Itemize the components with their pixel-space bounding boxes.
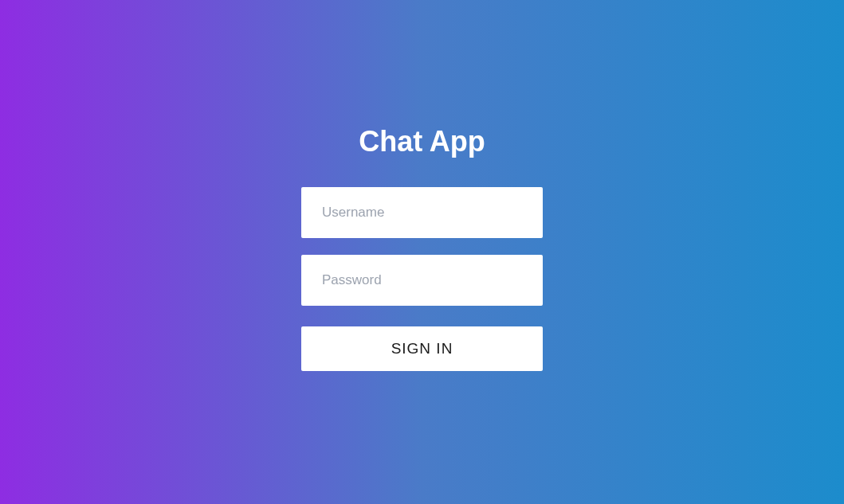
login-container: Chat App SIGN IN: [301, 125, 543, 371]
app-title: Chat App: [359, 125, 485, 158]
username-input[interactable]: [301, 187, 543, 238]
password-input[interactable]: [301, 255, 543, 306]
signin-button[interactable]: SIGN IN: [301, 326, 543, 371]
